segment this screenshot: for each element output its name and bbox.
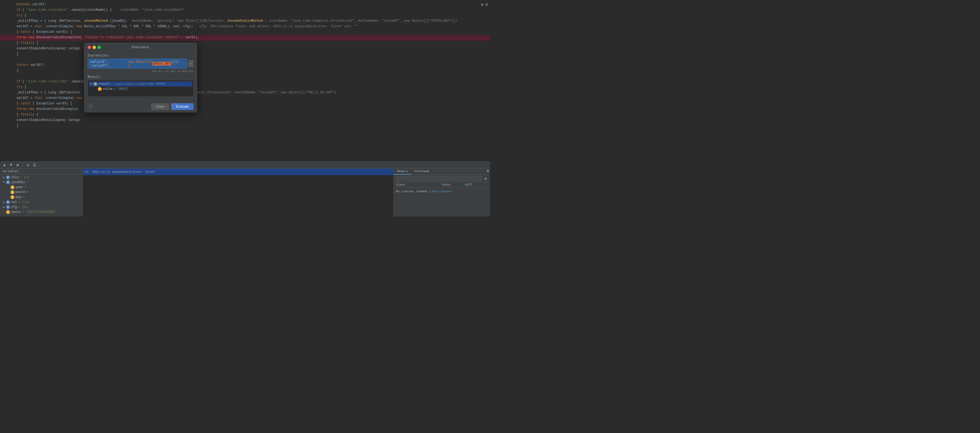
expression-input[interactable]: noField", "valueOf", new Object[]{ EPOCH… — [88, 59, 187, 68]
dialog-body: Expression: noField", "valueOf", new Obj… — [84, 51, 197, 101]
filter-icon[interactable]: ⊞ — [16, 163, 20, 167]
memory-panel: Memory Overhead ⚙ ⚙ Class Count Diff No … — [393, 168, 490, 217]
code-line: var107 = this .convertSimple( new — [0, 96, 490, 102]
variable-item-cfg[interactable]: ▶ c cfg = {co — [0, 205, 83, 209]
arrow-up-icon[interactable]: ▲ — [2, 163, 6, 167]
expression-dropdown[interactable]: ▾ — [188, 60, 194, 67]
toolbar-separator — [22, 163, 23, 167]
col-diff: Diff — [465, 183, 488, 187]
var-icon-i: i — [6, 210, 10, 214]
result-label: Result: — [88, 75, 194, 79]
var-icon-i: i — [11, 195, 14, 199]
code-line: } catch ( Exception var93) { — [0, 102, 490, 107]
bottom-panel: ▲ ▼ ⊞ ⊟ ☰ Variables ▶ P this = {cc ▼ P — [0, 162, 490, 217]
dialog-titlebar: Evaluate — [84, 43, 197, 51]
close-button[interactable]: Close — [151, 103, 169, 110]
dialog-footer: ? Close Evaluate — [84, 101, 197, 112]
memory-tabs: Memory Overhead ⚙ — [394, 168, 490, 175]
var-icon-p: P — [6, 200, 10, 204]
code-line: try { — [0, 13, 490, 19]
close-traffic-light[interactable] — [88, 46, 91, 49]
variable-item-javaobj[interactable]: ▼ P javaObj = — [0, 180, 83, 185]
result-value-row[interactable]: i value = 18942 — [89, 87, 192, 92]
memory-search-input[interactable] — [396, 176, 482, 181]
minimize-traffic-light[interactable] — [92, 46, 96, 49]
expression-label: Expression: — [88, 54, 194, 57]
code-line: } finally { — [0, 41, 490, 46]
variables-header: Variables — [0, 168, 83, 174]
code-line — [0, 74, 490, 79]
settings-icon[interactable]: ⚙ — [481, 2, 483, 7]
maximize-traffic-light[interactable] — [97, 46, 101, 49]
var-icon-i: i — [11, 190, 14, 194]
memory-table-header: Class Count Diff — [394, 182, 490, 187]
debug-toolbar: ▲ ▼ ⊞ ⊟ ☰ — [0, 162, 490, 168]
debug-area: ct: 2021-11-11 bypassDataFilter: false" — [83, 168, 393, 217]
code-line: return var107; — [0, 63, 490, 68]
memory-settings-icon[interactable]: ⚙ — [485, 168, 490, 173]
result-main-row[interactable]: ▼ ∞ result = {java.lang.Long@17708} 1894… — [89, 81, 192, 87]
code-line: } — [0, 68, 490, 74]
code-line: throw new UnconvertableExceptio — [0, 107, 490, 113]
memory-filter-icon[interactable]: ⚙ — [484, 176, 488, 181]
code-line-error: throw new UnconvertableException( "Faile… — [0, 35, 490, 41]
variable-item-month[interactable]: i month = — [5, 190, 83, 195]
memory-toolbar: ⚙ — [394, 175, 490, 182]
var-icon-i: i — [11, 186, 14, 189]
code-line — [0, 57, 490, 63]
code-line: } catch ( Exception var91) { — [0, 30, 490, 35]
code-line: try { — [0, 85, 490, 90]
col-count: Count — [442, 183, 465, 187]
help-button[interactable]: ? — [88, 104, 93, 109]
code-line: boolean var107; — [0, 2, 490, 8]
dialog-title: Evaluate — [88, 45, 194, 49]
code-line: if ( "java.time.LocalTime" .equals(class… — [0, 79, 490, 85]
bottom-content: Variables ▶ P this = {cc ▼ P javaObj = — [0, 168, 490, 217]
code-line: var107 = this .convertSimple( new Date(_… — [0, 24, 490, 30]
traffic-lights — [88, 46, 101, 49]
var-icon-p: P — [6, 176, 10, 179]
arrow-down-icon[interactable]: ▼ — [9, 163, 13, 167]
code-line: } — [0, 52, 490, 57]
col-class: Class — [396, 183, 442, 187]
evaluate-button[interactable]: Evaluate — [171, 103, 194, 110]
watches-hint: Use ⌘⇧↵ to add to Watches — [88, 70, 194, 73]
code-line: _milliOfDay = ( Long )Reflection. invoke… — [0, 19, 490, 24]
result-value-icon: i — [98, 87, 102, 91]
var-icon-c: c — [6, 205, 10, 209]
variable-item-day[interactable]: i day = — [5, 195, 83, 200]
code-line: convertSimpleDetailLapse( catego — [0, 118, 490, 124]
variable-item-year[interactable]: i year = — [5, 185, 83, 190]
load-classes-link[interactable]: Load classes — [430, 190, 452, 193]
tab-overhead[interactable]: Overhead — [412, 168, 433, 174]
code-line: } finally { — [0, 113, 490, 118]
code-editor: boolean var107; if ( "java.time.LocalDat… — [0, 0, 490, 162]
collapse-icon[interactable]: ⊟ — [485, 2, 488, 7]
top-right-toolbar: ⚙ ⊟ — [481, 2, 488, 7]
code-line: convertSimpleDetailLapse( catego — [0, 46, 490, 52]
var-icon-p: P — [6, 181, 10, 184]
code-line: } — [0, 124, 490, 129]
variable-item-nanos[interactable]: i nanos = 733427398285887 — [0, 209, 83, 214]
list-icon[interactable]: ☰ — [32, 163, 37, 167]
result-section: Result: ▼ ∞ result = {java.lang.Long@177… — [88, 75, 194, 97]
tab-memory[interactable]: Memory — [394, 168, 412, 174]
variable-list: ▶ P this = {cc ▼ P javaObj = i year — [0, 174, 83, 217]
no-classes-message: No classes loaded. Load classes — [394, 187, 490, 195]
code-line: if ( "java.time.LocalDate" .equals(class… — [0, 8, 490, 13]
result-icon-infinity: ∞ — [94, 82, 97, 86]
variables-panel: Variables ▶ P this = {cc ▼ P javaObj = — [0, 168, 83, 217]
grid-icon[interactable]: ⊟ — [25, 163, 30, 167]
debug-status-bar: ct: 2021-11-11 bypassDataFilter: false" — [83, 168, 393, 175]
code-line: _milliOfDay = ( Long )Reflection. lectio… — [0, 90, 490, 96]
result-tree: ▼ ∞ result = {java.lang.Long@17708} 1894… — [88, 80, 194, 97]
variable-item-out[interactable]: ▶ P out = {jav — [0, 200, 83, 205]
evaluate-dialog: Evaluate Expression: noField", "valueOf"… — [84, 43, 197, 113]
expression-row: noField", "valueOf", new Object[]{ EPOCH… — [88, 59, 194, 68]
variable-item-this[interactable]: ▶ P this = {cc — [0, 175, 83, 180]
